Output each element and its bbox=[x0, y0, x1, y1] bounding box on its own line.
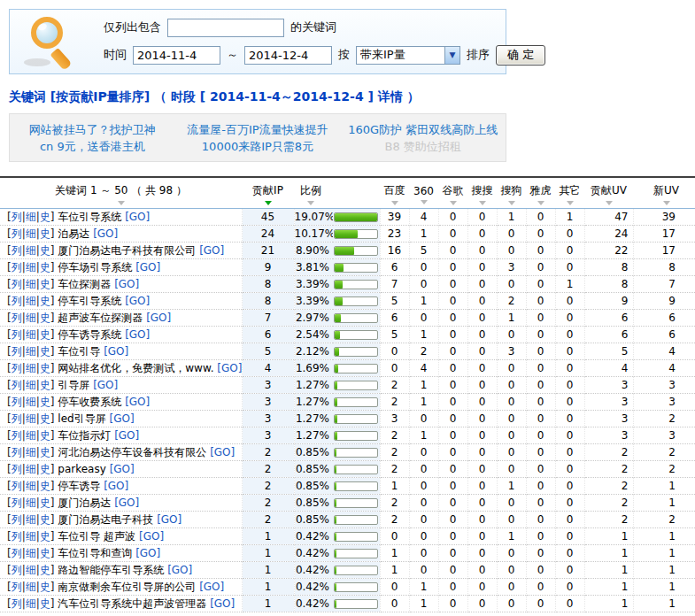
column-header-pct[interactable]: 比例 bbox=[294, 177, 380, 209]
history-link[interactable]: 史 bbox=[40, 345, 50, 358]
sort-metric-select[interactable]: 带来IP量 ▼ bbox=[356, 46, 460, 65]
history-link[interactable]: 史 bbox=[40, 312, 50, 324]
go-link[interactable]: [GO] bbox=[210, 597, 235, 610]
detail-link[interactable]: 细 bbox=[26, 463, 36, 475]
go-link[interactable]: [GO] bbox=[104, 480, 128, 492]
list-link[interactable]: 列 bbox=[12, 513, 22, 526]
detail-link[interactable]: 详情 bbox=[378, 89, 403, 104]
history-link[interactable]: 史 bbox=[40, 379, 50, 391]
confirm-button[interactable]: 确 定 bbox=[496, 45, 545, 65]
detail-link[interactable]: 细 bbox=[26, 597, 36, 610]
go-link[interactable]: [GO] bbox=[114, 497, 139, 509]
history-link[interactable]: 史 bbox=[40, 295, 50, 307]
list-link[interactable]: 列 bbox=[12, 211, 22, 223]
go-link[interactable]: [GO] bbox=[125, 396, 150, 408]
detail-link[interactable]: 细 bbox=[26, 362, 36, 374]
history-link[interactable]: 史 bbox=[40, 597, 50, 610]
history-link[interactable]: 史 bbox=[40, 244, 50, 257]
history-link[interactable]: 史 bbox=[40, 564, 50, 576]
go-link[interactable]: [GO] bbox=[146, 312, 171, 324]
column-header-newuv[interactable]: 新UV bbox=[633, 177, 695, 209]
go-link[interactable]: [GO] bbox=[125, 211, 150, 223]
go-link[interactable]: [GO] bbox=[135, 261, 160, 273]
list-link[interactable]: 列 bbox=[12, 345, 22, 358]
history-link[interactable]: 史 bbox=[40, 362, 50, 374]
detail-link[interactable]: 细 bbox=[26, 564, 36, 576]
history-link[interactable]: 史 bbox=[40, 211, 50, 223]
history-link[interactable]: 史 bbox=[40, 446, 50, 458]
list-link[interactable]: 列 bbox=[12, 530, 22, 543]
go-link[interactable]: [GO] bbox=[135, 547, 160, 559]
ad-link-2-line1[interactable]: 流量屋-百万IP流量快速提升 bbox=[175, 121, 341, 138]
go-link[interactable]: [GO] bbox=[199, 581, 224, 593]
list-link[interactable]: 列 bbox=[12, 412, 22, 425]
detail-link[interactable]: 细 bbox=[26, 295, 36, 307]
history-link[interactable]: 史 bbox=[40, 227, 50, 240]
list-link[interactable]: 列 bbox=[12, 362, 22, 374]
detail-link[interactable]: 细 bbox=[26, 547, 36, 559]
date-to-input[interactable] bbox=[244, 46, 332, 65]
go-link[interactable]: [GO] bbox=[114, 429, 139, 442]
list-link[interactable]: 列 bbox=[12, 379, 22, 391]
go-link[interactable]: [GO] bbox=[114, 278, 139, 290]
go-link[interactable]: [GO] bbox=[199, 244, 224, 257]
detail-link[interactable]: 细 bbox=[26, 211, 36, 223]
list-link[interactable]: 列 bbox=[12, 295, 22, 307]
keyword-filter-input[interactable] bbox=[167, 19, 284, 37]
list-link[interactable]: 列 bbox=[12, 497, 22, 509]
go-link[interactable]: [GO] bbox=[125, 328, 150, 341]
history-link[interactable]: 史 bbox=[40, 513, 50, 526]
go-link[interactable]: [GO] bbox=[157, 513, 181, 526]
detail-link[interactable]: 细 bbox=[26, 429, 36, 442]
list-link[interactable]: 列 bbox=[12, 463, 22, 475]
column-header-uv[interactable]: 贡献UV bbox=[584, 177, 633, 209]
history-link[interactable]: 史 bbox=[40, 278, 50, 290]
detail-link[interactable]: 细 bbox=[26, 328, 36, 341]
history-link[interactable]: 史 bbox=[40, 429, 50, 442]
history-link[interactable]: 史 bbox=[40, 261, 50, 273]
detail-link[interactable]: 细 bbox=[26, 379, 36, 391]
date-from-input[interactable] bbox=[133, 46, 220, 65]
list-link[interactable]: 列 bbox=[12, 547, 22, 559]
go-link[interactable]: [GO] bbox=[210, 446, 235, 458]
list-link[interactable]: 列 bbox=[12, 227, 22, 240]
list-link[interactable]: 列 bbox=[12, 312, 22, 324]
detail-link[interactable]: 细 bbox=[26, 581, 36, 593]
list-link[interactable]: 列 bbox=[12, 244, 22, 257]
column-header-ip[interactable]: 贡献IP bbox=[242, 177, 294, 209]
list-link[interactable]: 列 bbox=[12, 597, 22, 610]
list-link[interactable]: 列 bbox=[12, 278, 22, 290]
list-link[interactable]: 列 bbox=[12, 446, 22, 458]
list-link[interactable]: 列 bbox=[12, 396, 22, 408]
go-link[interactable]: [GO] bbox=[104, 345, 128, 358]
column-header-keyword[interactable]: 关键词 1 ～ 50 （ 共 98 ） bbox=[0, 177, 242, 209]
go-link[interactable]: [GO] bbox=[217, 362, 242, 374]
column-header-google[interactable]: 谷歌 bbox=[438, 177, 467, 209]
detail-link[interactable]: 细 bbox=[26, 412, 36, 425]
detail-link[interactable]: 细 bbox=[26, 513, 36, 526]
go-link[interactable]: [GO] bbox=[125, 295, 150, 307]
go-link[interactable]: [GO] bbox=[167, 564, 192, 576]
detail-link[interactable]: 细 bbox=[26, 530, 36, 543]
list-link[interactable]: 列 bbox=[12, 564, 22, 576]
history-link[interactable]: 史 bbox=[40, 530, 50, 543]
list-link[interactable]: 列 bbox=[12, 581, 22, 593]
ad-link-1-line2[interactable]: cn 9元，送香港主机 bbox=[10, 138, 175, 155]
column-header-soso[interactable]: 搜搜 bbox=[467, 177, 497, 209]
history-link[interactable]: 史 bbox=[40, 396, 50, 408]
detail-link[interactable]: 细 bbox=[26, 480, 36, 492]
history-link[interactable]: 史 bbox=[40, 463, 50, 475]
go-link[interactable]: [GO] bbox=[109, 412, 134, 425]
detail-link[interactable]: 细 bbox=[26, 446, 36, 458]
go-link[interactable]: [GO] bbox=[110, 463, 135, 475]
list-link[interactable]: 列 bbox=[12, 328, 22, 341]
detail-link[interactable]: 细 bbox=[26, 396, 36, 408]
ad-link-2-line2[interactable]: 10000来路IP只需8元 bbox=[175, 138, 341, 155]
detail-link[interactable]: 细 bbox=[26, 227, 36, 240]
column-header-baidu[interactable]: 百度 bbox=[380, 177, 409, 209]
history-link[interactable]: 史 bbox=[40, 480, 50, 492]
history-link[interactable]: 史 bbox=[40, 581, 50, 593]
ad-link-1-line1[interactable]: 网站被挂马了？找护卫神 bbox=[10, 121, 175, 138]
history-link[interactable]: 史 bbox=[40, 497, 50, 509]
detail-link[interactable]: 细 bbox=[26, 278, 36, 290]
